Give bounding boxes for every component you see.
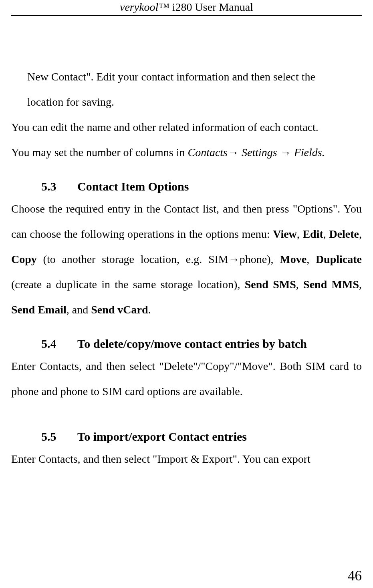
- option-send-sms: Send SMS: [245, 278, 296, 291]
- heading-5-5: 5.5To import/export Contact entries: [11, 415, 362, 446]
- text: location for saving.: [27, 96, 114, 108]
- option-duplicate: Duplicate: [316, 253, 362, 265]
- paragraph-contact-options: Choose the required entry in the Contact…: [11, 196, 362, 322]
- text: (create a duplicate in the same storage …: [11, 278, 245, 291]
- text: phone),: [240, 253, 280, 265]
- arrow-icon: →: [228, 253, 240, 265]
- path-contacts: Contacts: [188, 146, 228, 159]
- paragraph-edit-info: You can edit the name and other related …: [11, 114, 362, 140]
- text: ,: [359, 278, 362, 291]
- page-header: verykool™ i280 User Manual: [11, 0, 362, 16]
- heading-5-3: 5.3Contact Item Options: [11, 165, 362, 196]
- page-number: 46: [348, 568, 362, 584]
- option-copy: Copy: [11, 253, 37, 265]
- header-title: i280 User Manual: [169, 1, 253, 13]
- text: ,: [297, 228, 303, 240]
- text: .: [148, 303, 151, 316]
- arrow-icon: →: [228, 146, 239, 159]
- spacer: [11, 404, 362, 415]
- path-fields: Fields.: [294, 146, 325, 159]
- option-send-vcard: Send vCard: [91, 303, 148, 316]
- header-brand: verykool™: [120, 1, 169, 13]
- text: ,: [296, 278, 303, 291]
- text: , and: [67, 303, 91, 316]
- paragraph-columns-path: You may set the number of columns in Con…: [11, 140, 362, 165]
- option-send-email: Send Email: [11, 303, 67, 316]
- paragraph-continuation: New Contact". Edit your contact informat…: [11, 64, 362, 89]
- arrow-icon: →: [280, 146, 291, 159]
- heading-title: To delete/copy/move contact entries by b…: [77, 337, 307, 350]
- text: ,: [359, 228, 362, 240]
- text: New Contact". Edit your contact informat…: [27, 70, 315, 83]
- page-content: New Contact". Edit your contact informat…: [11, 16, 362, 472]
- text: (to another storage location, e.g. SIM: [37, 253, 228, 265]
- text: ,: [323, 228, 329, 240]
- heading-number: 5.3: [41, 177, 77, 196]
- heading-title: To import/export Contact entries: [77, 430, 247, 443]
- paragraph-import-export: Enter Contacts, and then select "Import …: [11, 446, 362, 472]
- path-settings: Settings: [239, 146, 280, 159]
- option-move: Move: [280, 253, 306, 265]
- paragraph-continuation-line2: location for saving.: [11, 89, 362, 114]
- paragraph-batch-ops: Enter Contacts, and then select "Delete"…: [11, 353, 362, 404]
- heading-number: 5.4: [41, 334, 77, 353]
- heading-number: 5.5: [41, 427, 77, 446]
- option-edit: Edit: [302, 228, 323, 240]
- option-delete: Delete: [329, 228, 359, 240]
- option-view: View: [273, 228, 297, 240]
- heading-title: Contact Item Options: [77, 180, 189, 193]
- text: ,: [306, 253, 316, 265]
- option-send-mms: Send MMS: [303, 278, 359, 291]
- text: You may set the number of columns in: [11, 146, 188, 159]
- heading-5-4: 5.4To delete/copy/move contact entries b…: [11, 322, 362, 353]
